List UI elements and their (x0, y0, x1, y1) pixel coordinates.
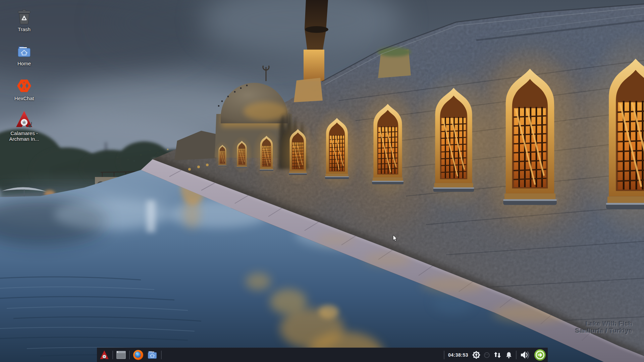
home-folder-icon (16, 43, 32, 59)
desktop-icon-label: Calamares - (9, 130, 39, 136)
panel-separator (516, 351, 517, 359)
hexchat-icon (16, 78, 32, 94)
panel-separator (444, 351, 444, 359)
wallpaper-image (0, 0, 644, 362)
archman-menu-button[interactable] (99, 350, 109, 360)
wallpaper-caption-line2: Sanliurfa / Turkiye (575, 327, 633, 334)
panel-clock[interactable]: 04:38:53 (447, 352, 469, 358)
archman-installer-icon (15, 110, 33, 129)
taskbar-panel: 04:38:53 (97, 348, 548, 362)
desktop[interactable]: Lake With Fish Sanliurfa / Turkiye Trash… (0, 0, 644, 362)
panel-tray: 04:38:53 (444, 349, 546, 361)
desktop-icon-calamares-installer[interactable]: Calamares -Archman In... (4, 110, 44, 142)
wallpaper-caption: Lake With Fish Sanliurfa / Turkiye (575, 320, 633, 334)
desktop-icon-home[interactable]: Home (4, 43, 44, 66)
trash-icon (16, 9, 32, 25)
panel-separator (112, 351, 113, 359)
desktop-icon-trash[interactable]: Trash (4, 9, 44, 32)
window-list-button[interactable] (116, 351, 126, 359)
session-logout-button[interactable] (534, 349, 546, 361)
desktop-icon-label: Trash (18, 26, 31, 32)
panel-launchers (99, 350, 162, 360)
notifications-bell-icon[interactable] (505, 351, 513, 359)
panel-separator (161, 351, 162, 359)
file-manager-launcher[interactable] (147, 350, 158, 360)
desktop-icon-label: Home (17, 61, 31, 66)
updates-tray-icon[interactable] (472, 351, 481, 359)
firefox-launcher[interactable] (133, 350, 144, 360)
network-traffic-icon[interactable] (493, 351, 502, 359)
wallpaper-caption-line1: Lake With Fish (575, 320, 633, 327)
notifier-tray-icon-disabled[interactable] (484, 352, 490, 358)
volume-icon[interactable] (520, 350, 531, 360)
panel-separator (129, 351, 130, 359)
desktop-icon-label: HexChat (14, 96, 34, 101)
desktop-icon-hexchat[interactable]: HexChat (4, 78, 44, 101)
